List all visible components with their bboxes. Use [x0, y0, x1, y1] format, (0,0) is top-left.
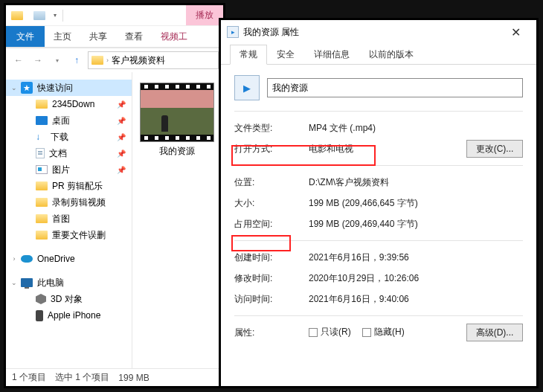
document-icon — [36, 148, 45, 158]
ribbon-tabs: 文件 主页 共享 查看 视频工 — [6, 26, 223, 47]
qat-new-folder-icon[interactable] — [31, 9, 48, 22]
folder-icon — [91, 56, 103, 65]
file-item[interactable]: 我的资源 — [140, 83, 214, 158]
this-pc-node[interactable]: ⌄ 此电脑 — [6, 274, 132, 291]
status-selection: 选中 1 个项目 — [55, 371, 109, 384]
pin-icon: 📌 — [117, 166, 126, 174]
download-icon: ↓ — [36, 132, 46, 142]
modified-label: 修改时间: — [234, 272, 309, 285]
size-value: 199 MB (209,466,645 字节) — [309, 197, 523, 210]
location-value: D:\ZM\客户视频资料 — [309, 176, 523, 189]
tab-view[interactable]: 查看 — [116, 26, 152, 47]
3d-objects-icon — [36, 294, 46, 304]
nav-up-button[interactable]: ↑ — [68, 52, 85, 68]
file-list-area[interactable]: 我的资源 — [132, 72, 223, 368]
quick-access-node[interactable]: ⌄ ★ 快速访问 — [6, 80, 132, 96]
tab-file[interactable]: 文件 — [6, 26, 45, 47]
video-file-icon — [227, 26, 239, 38]
status-size: 199 MB — [118, 373, 149, 383]
tree-item[interactable]: 3D 对象 — [6, 291, 132, 307]
folder-icon — [36, 214, 48, 223]
breadcrumb-segment[interactable]: 客户视频资料 — [112, 54, 165, 67]
address-box[interactable]: › 客户视频资料 — [88, 51, 219, 69]
file-explorer-window: ▾ 播放 文件 主页 共享 查看 视频工 ← → ▾ ↑ › 客户视频资料 ⌄ … — [4, 3, 225, 388]
separator — [234, 240, 523, 241]
location-label: 位置: — [234, 176, 309, 189]
type-value: MP4 文件 (.mp4) — [309, 122, 523, 135]
size-on-disk-label: 占用空间: — [234, 218, 309, 231]
folder-icon — [36, 100, 48, 109]
separator — [62, 10, 63, 22]
status-bar: 1 个项目 选中 1 个项目 199 MB — [6, 368, 223, 386]
tree-item[interactable]: 2345Down📌 — [6, 96, 132, 112]
tab-general[interactable]: 常规 — [230, 45, 267, 65]
folder-icon — [36, 231, 48, 240]
star-icon: ★ — [21, 82, 33, 94]
navigation-tree[interactable]: ⌄ ★ 快速访问 2345Down📌 桌面📌 ↓下载📌 文档📌 图片📌 PR 剪… — [6, 72, 132, 368]
separator — [234, 315, 523, 316]
properties-dialog: 我的资源 属性 ✕ 常规 安全 详细信息 以前的版本 文件类型:MP4 文件 (… — [219, 18, 539, 388]
attributes-value: 只读(R) 隐藏(H) — [309, 326, 466, 339]
tree-item[interactable]: Apple iPhone — [6, 307, 132, 324]
tree-item[interactable]: 桌面📌 — [6, 112, 132, 129]
pictures-icon — [36, 165, 48, 174]
file-name-label: 我的资源 — [140, 145, 214, 158]
created-label: 创建时间: — [234, 251, 309, 264]
dialog-title: 我的资源 属性 — [243, 26, 299, 39]
pin-icon: 📌 — [117, 117, 126, 125]
nav-back-button[interactable]: ← — [10, 52, 27, 68]
quick-access-label: 快速访问 — [37, 82, 73, 94]
tab-security[interactable]: 安全 — [267, 45, 304, 65]
desktop-icon — [36, 116, 48, 125]
nav-forward-button[interactable]: → — [30, 52, 46, 68]
open-with-value: 电影和电视 — [309, 143, 466, 155]
file-name-input[interactable] — [267, 78, 523, 97]
hidden-checkbox[interactable]: 隐藏(H) — [362, 326, 405, 338]
expand-icon[interactable]: ⌄ — [10, 84, 18, 91]
tree-item[interactable]: 图片📌 — [6, 161, 132, 178]
folder-icon — [36, 181, 48, 190]
file-type-icon — [234, 75, 260, 100]
readonly-checkbox[interactable]: 只读(R) — [309, 326, 351, 338]
folder-icon — [36, 198, 48, 207]
created-value: 2021年6月16日，9:39:56 — [309, 251, 523, 264]
type-label: 文件类型: — [234, 122, 309, 135]
address-bar: ← → ▾ ↑ › 客户视频资料 — [6, 48, 223, 72]
tree-item[interactable]: PR 剪辑配乐 — [6, 178, 132, 194]
onedrive-icon — [21, 255, 33, 263]
properties-body: 文件类型:MP4 文件 (.mp4) 打开方式: 电影和电视 更改(C)... … — [221, 65, 536, 349]
tab-video-tools[interactable]: 视频工 — [152, 26, 196, 47]
onedrive-node[interactable]: › OneDrive — [6, 251, 132, 267]
tab-home[interactable]: 主页 — [45, 26, 80, 47]
tree-item[interactable]: 文档📌 — [6, 145, 132, 161]
pin-icon: 📌 — [117, 133, 126, 141]
separator — [234, 165, 523, 166]
tree-item[interactable]: 首图 — [6, 211, 132, 227]
close-button[interactable]: ✕ — [501, 25, 530, 39]
attributes-label: 属性: — [234, 327, 309, 339]
advanced-attributes-button[interactable]: 高级(D)... — [466, 324, 523, 341]
size-label: 大小: — [234, 197, 309, 210]
expand-icon[interactable]: ⌄ — [10, 279, 18, 286]
tree-item[interactable]: 重要文件误删 — [6, 227, 132, 243]
qat-more-icon[interactable]: ▾ — [54, 12, 57, 19]
video-tools-context-tab[interactable]: 播放 — [186, 5, 223, 25]
tab-previous-versions[interactable]: 以前的版本 — [359, 45, 423, 65]
size-on-disk-value: 199 MB (209,469,440 字节) — [309, 218, 523, 231]
pin-icon: 📌 — [117, 150, 126, 158]
tree-item[interactable]: 录制剪辑视频 — [6, 194, 132, 211]
status-item-count: 1 个项目 — [12, 371, 46, 384]
separator — [234, 111, 523, 112]
tree-item[interactable]: ↓下载📌 — [6, 129, 132, 145]
change-open-with-button[interactable]: 更改(C)... — [466, 140, 523, 158]
modified-value: 2020年10月29日，10:26:06 — [309, 272, 523, 285]
explorer-titlebar[interactable]: ▾ 播放 — [6, 5, 223, 26]
nav-history-icon[interactable]: ▾ — [49, 52, 65, 68]
accessed-label: 访问时间: — [234, 293, 309, 306]
open-with-label: 打开方式: — [234, 143, 309, 155]
tab-share[interactable]: 共享 — [80, 26, 116, 47]
dialog-titlebar[interactable]: 我的资源 属性 ✕ — [221, 20, 536, 44]
expand-icon[interactable]: › — [10, 255, 18, 263]
accessed-value: 2021年6月16日，9:40:06 — [309, 293, 523, 306]
tab-details[interactable]: 详细信息 — [304, 45, 359, 65]
